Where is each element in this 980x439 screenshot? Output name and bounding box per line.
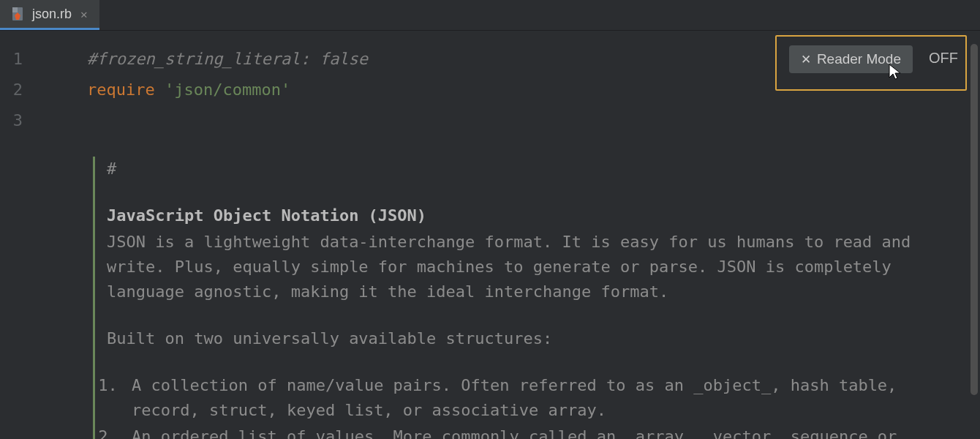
reader-mode-button[interactable]: ✕ Reader Mode — [789, 45, 913, 73]
scrollbar-thumb[interactable] — [970, 44, 978, 395]
doc-ordered-list: A collection of name/value pairs. Often … — [107, 373, 934, 439]
code-content[interactable]: #frozen_string_literal: false require 'j… — [40, 31, 980, 439]
close-icon: ✕ — [801, 52, 811, 67]
tab-bar: json.rb ✕ — [0, 0, 980, 31]
line-number[interactable]: 3 — [0, 105, 23, 136]
vertical-scrollbar[interactable] — [970, 37, 979, 432]
line-number[interactable]: 1 — [0, 44, 23, 75]
list-item: A collection of name/value pairs. Often … — [127, 373, 934, 423]
line-number[interactable]: 2 — [0, 75, 23, 105]
comment-text: #frozen_string_literal: false — [87, 50, 368, 68]
keyword-require: require — [87, 80, 155, 99]
file-tab[interactable]: json.rb ✕ — [0, 0, 99, 30]
doc-heading: JavaScript Object Notation (JSON) — [107, 203, 934, 228]
doc-hash: # — [107, 157, 934, 181]
reader-mode-state: OFF — [929, 50, 958, 67]
ruby-file-icon — [10, 7, 25, 21]
code-line-2[interactable]: require 'json/common' — [87, 75, 980, 105]
require-string: 'json/common' — [165, 80, 290, 99]
list-item: An ordered list of values. More commonly… — [127, 424, 934, 439]
close-icon[interactable]: ✕ — [79, 7, 89, 21]
doc-paragraph: JSON is a lightweight data-interchange f… — [107, 230, 934, 304]
doc-paragraph: Built on two universally available struc… — [107, 326, 934, 351]
tab-filename: json.rb — [32, 7, 72, 22]
code-line-3[interactable] — [87, 105, 980, 136]
editor-area: 1 2 3 #frozen_string_literal: false requ… — [0, 31, 980, 439]
reader-mode-label: Reader Mode — [817, 51, 901, 67]
documentation-block: # JavaScript Object Notation (JSON) JSON… — [93, 157, 934, 439]
gutter: 1 2 3 — [0, 31, 40, 439]
